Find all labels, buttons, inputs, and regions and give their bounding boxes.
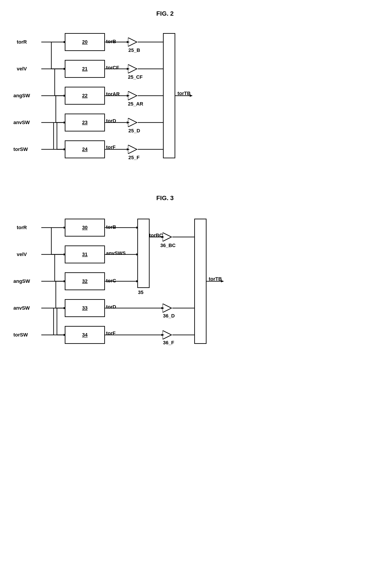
fig2-output-box	[163, 33, 175, 158]
fig2-input-torSW: torSW	[13, 147, 28, 152]
fig2-box-20: 20	[65, 33, 105, 51]
fig3-title: FIG. 3	[156, 194, 174, 202]
svg-marker-76	[128, 145, 137, 154]
fig3-output-label: torTB	[209, 276, 222, 282]
fig3-signal-torD: torD	[106, 304, 116, 310]
svg-marker-79	[163, 331, 172, 339]
fig2-buffer-25AR	[128, 91, 138, 100]
fig2-signal-torD: torD	[106, 118, 116, 124]
svg-marker-75	[128, 118, 137, 127]
fig2-buffer-25CF	[128, 64, 138, 73]
fig2-input-anvSW: anvSW	[13, 120, 30, 126]
fig2-box-22: 22	[65, 87, 105, 105]
fig3-buffer-36D-label: 36_D	[163, 313, 175, 319]
fig2-signal-torF: torF	[106, 145, 116, 150]
fig3-input-torR: torR	[17, 225, 27, 231]
fig3-box-31: 31	[65, 246, 105, 263]
fig2-box-21-label: 21	[82, 66, 88, 72]
fig2-buffer-25F-label: 25_F	[128, 155, 139, 161]
fig3-buffer-36BC	[163, 232, 172, 241]
fig3-input-velV: velV	[17, 252, 27, 257]
page-container: FIG. 2 torR velV angSW anvSW torSW 20 21…	[0, 0, 382, 588]
fig2-box-23-label: 23	[82, 120, 88, 126]
svg-marker-78	[163, 304, 172, 313]
fig3-middle-box-35	[137, 219, 150, 288]
fig2-box-21: 21	[65, 60, 105, 78]
fig3-box-32: 32	[65, 272, 105, 290]
fig2-input-velV: velV	[17, 66, 27, 72]
svg-marker-77	[163, 232, 172, 241]
diagram-svg	[0, 0, 382, 588]
fig3-input-torSW: torSW	[13, 332, 28, 338]
fig3-box-34: 34	[65, 326, 105, 344]
fig3-box-34-label: 34	[82, 332, 88, 338]
fig3-signal-anvSWS: anvSWS	[106, 251, 126, 256]
svg-marker-74	[128, 91, 137, 100]
fig3-buffer-36BC-label: 36_BC	[160, 243, 175, 248]
fig2-buffer-25D	[128, 118, 138, 127]
fig2-buffer-25B	[128, 38, 138, 46]
fig3-signal-torC: torC	[106, 278, 116, 284]
svg-marker-72	[128, 38, 137, 46]
fig2-output-label: torTB	[177, 91, 191, 96]
fig3-buffer-36F	[163, 331, 172, 339]
fig3-box-30-label: 30	[82, 225, 88, 231]
fig2-box-24-label: 24	[82, 147, 88, 152]
fig2-box-23: 23	[65, 114, 105, 131]
fig2-input-torR: torR	[17, 39, 27, 45]
fig2-title: FIG. 2	[156, 10, 174, 17]
fig3-box-33: 33	[65, 299, 105, 317]
fig3-box-32-label: 32	[82, 278, 88, 284]
fig3-buffer-36D	[163, 304, 172, 313]
fig2-signal-torAR: torAR	[106, 91, 120, 97]
fig3-signal-torB: torB	[106, 224, 116, 230]
fig2-buffer-25D-label: 25_D	[128, 128, 140, 134]
fig2-buffer-25F	[128, 145, 138, 154]
fig2-input-angSW: angSW	[13, 93, 30, 99]
fig3-input-anvSW: anvSW	[13, 305, 30, 311]
svg-marker-73	[128, 64, 137, 73]
fig3-box-31-label: 31	[82, 252, 88, 257]
fig2-buffer-25CF-label: 25_CF	[128, 74, 143, 80]
fig3-signal-torBC: torBC	[149, 232, 163, 238]
fig3-buffer-36F-label: 36_F	[163, 340, 174, 346]
fig3-signal-torF: torF	[106, 331, 116, 336]
fig2-box-22-label: 22	[82, 93, 88, 99]
fig3-middle-box-35-label: 35	[138, 290, 143, 295]
fig2-box-20-label: 20	[82, 39, 88, 45]
fig3-box-33-label: 33	[82, 305, 88, 311]
fig3-output-box	[194, 219, 207, 344]
fig2-signal-torB: torB	[106, 39, 116, 44]
fig3-box-30: 30	[65, 219, 105, 236]
fig2-signal-torCF: torCF	[106, 65, 119, 71]
fig2-buffer-25AR-label: 25_AR	[128, 101, 143, 107]
fig2-box-24: 24	[65, 140, 105, 158]
fig2-buffer-25B-label: 25_B	[128, 47, 140, 53]
fig3-input-angSW: angSW	[13, 278, 30, 284]
